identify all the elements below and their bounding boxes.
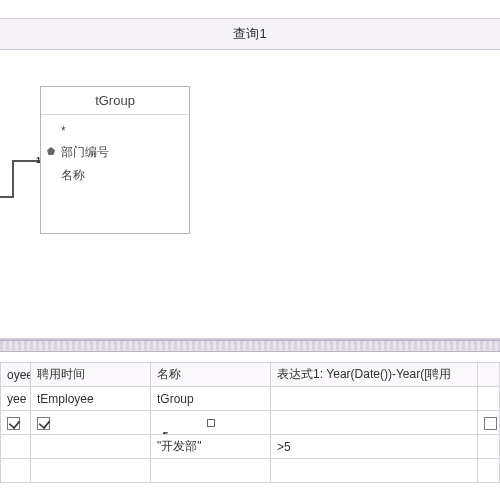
grid-show-row: ↖ <box>1 411 500 435</box>
criteria-cell-3[interactable]: >5 <box>271 435 478 459</box>
table-entity-tgroup[interactable]: tGroup * 部门编号 名称 <box>40 86 190 234</box>
entity-title: tGroup <box>41 87 189 115</box>
criteria-cell-stub[interactable] <box>1 435 31 459</box>
show-checkbox-stub[interactable] <box>7 417 20 430</box>
table-cell-2[interactable]: tGroup <box>151 387 271 411</box>
criteria-cell-2[interactable]: "开发部" <box>151 435 271 459</box>
query-titlebar: 查询1 <box>0 18 500 50</box>
or-cell-2[interactable] <box>151 459 271 483</box>
entity-field-name[interactable]: 名称 <box>59 164 179 187</box>
relationship-line[interactable]: 1 <box>0 160 40 210</box>
show-cell-1[interactable] <box>31 411 151 435</box>
grid-field-row: oyee 聘用时间 名称 表达式1: Year(Date())-Year([聘用 <box>1 363 500 387</box>
criteria-cell-1[interactable] <box>31 435 151 459</box>
or-cell-stub[interactable] <box>1 459 31 483</box>
or-cell-1[interactable] <box>31 459 151 483</box>
table-cell-1[interactable]: tEmployee <box>31 387 151 411</box>
selection-handle[interactable] <box>207 419 215 427</box>
mouse-cursor-icon: ↖ <box>161 427 174 435</box>
pane-splitter[interactable] <box>0 340 500 352</box>
grid-criteria-row: "开发部" >5 <box>1 435 500 459</box>
show-cell-2[interactable]: ↖ <box>151 411 271 435</box>
or-cell-4[interactable] <box>478 459 500 483</box>
field-cell-stub[interactable]: oyee <box>1 363 31 387</box>
table-cell-3[interactable] <box>271 387 478 411</box>
field-cell-4[interactable] <box>478 363 500 387</box>
show-cell-4[interactable] <box>478 411 500 435</box>
show-cell-stub[interactable] <box>1 411 31 435</box>
show-cell-3[interactable] <box>271 411 478 435</box>
table-cell-stub[interactable]: yee <box>1 387 31 411</box>
table-relationship-pane[interactable]: 1 tGroup * 部门编号 名称 <box>0 50 500 340</box>
field-cell-1[interactable]: 聘用时间 <box>31 363 151 387</box>
show-checkbox-1[interactable] <box>37 417 50 430</box>
field-cell-3[interactable]: 表达式1: Year(Date())-Year([聘用 <box>271 363 478 387</box>
criteria-cell-4[interactable] <box>478 435 500 459</box>
query-title: 查询1 <box>233 25 266 43</box>
entity-field-pk[interactable]: 部门编号 <box>59 141 179 164</box>
entity-field-star[interactable]: * <box>59 121 179 141</box>
show-checkbox-4[interactable] <box>484 417 497 430</box>
grid-or-row <box>1 459 500 483</box>
grid-table-row: yee tEmployee tGroup <box>1 387 500 411</box>
or-cell-3[interactable] <box>271 459 478 483</box>
qbe-grid[interactable]: oyee 聘用时间 名称 表达式1: Year(Date())-Year([聘用… <box>0 362 500 483</box>
field-cell-2[interactable]: 名称 <box>151 363 271 387</box>
table-cell-4[interactable] <box>478 387 500 411</box>
